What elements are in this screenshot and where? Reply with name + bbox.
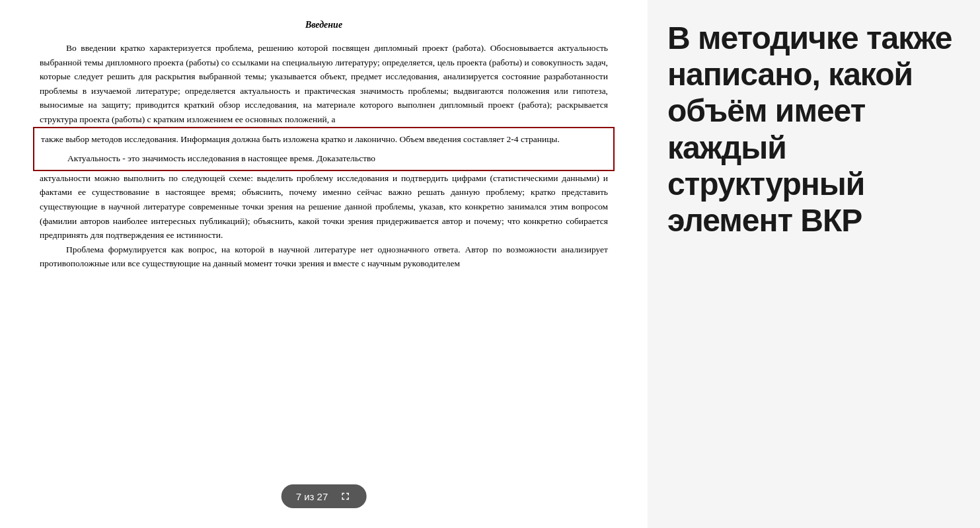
paragraph-2: также выбор методов исследования. Информ… <box>41 132 607 147</box>
right-panel: В методичке также написано, какой объём … <box>648 0 980 528</box>
page-indicator[interactable]: 7 из 27 <box>282 484 367 508</box>
page-number-label: 7 из 27 <box>296 491 328 502</box>
document-panel: Введение Во введении кратко характеризуе… <box>0 0 648 528</box>
highlighted-block: также выбор методов исследования. Информ… <box>33 127 615 171</box>
document-content: Введение Во введении кратко характеризуе… <box>40 20 608 271</box>
paragraph-1: Во введении кратко характеризуется пробл… <box>40 41 608 127</box>
right-panel-text: В методичке также написано, какой объём … <box>667 20 960 239</box>
paragraph-4: актуальности можно выполнить по следующе… <box>40 171 608 243</box>
paragraph-5: Проблема формулируется как вопрос, на ко… <box>40 243 608 271</box>
section-title: Введение <box>40 20 608 30</box>
expand-icon[interactable] <box>338 490 352 503</box>
paragraph-3: Актуальность - это значимость исследован… <box>41 151 607 166</box>
